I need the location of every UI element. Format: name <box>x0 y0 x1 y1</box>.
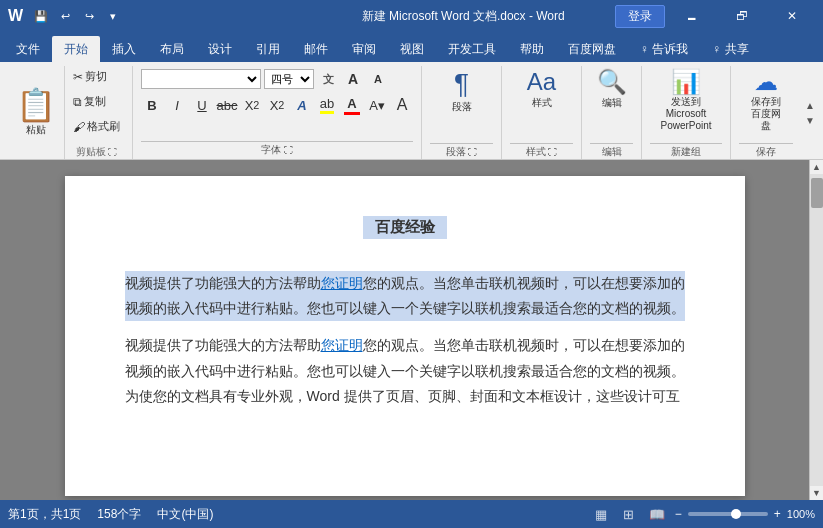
send-ppt-label: 发送到Microsoft PowerPoint <box>658 96 714 132</box>
ppt-icon: 📊 <box>671 70 701 94</box>
minimize-button[interactable]: 🗕 <box>669 0 715 32</box>
scroll-up-arrow[interactable]: ▲ <box>810 160 824 174</box>
tab-design[interactable]: 设计 <box>196 36 244 62</box>
font-size-select[interactable]: 四号 初号 小初 一号 小一 二号 小二 三号 小三 四号 小四 五号 小五 六… <box>264 69 314 89</box>
edit-label: 编辑 <box>602 96 622 110</box>
italic-button[interactable]: I <box>166 94 188 116</box>
ribbon-scroll-down[interactable]: ▼ <box>803 113 817 128</box>
scroll-down-arrow[interactable]: ▼ <box>810 486 824 500</box>
document-page: 百度经验 视频提供了功能强大的方法帮助您证明您的观点。当您单击联机视频时，可以在… <box>65 176 745 496</box>
style-dialog-icon[interactable]: ⛶ <box>548 147 557 157</box>
tab-share[interactable]: ♀ 共享 <box>700 36 760 62</box>
zoom-out-btn[interactable]: − <box>675 507 682 521</box>
bold-button[interactable]: B <box>141 94 163 116</box>
clipboard-expand-icon[interactable]: ⛶ <box>108 147 117 157</box>
style-section-label: 样式 ⛶ <box>510 143 573 159</box>
web-layout-btn[interactable]: ⊞ <box>619 504 639 524</box>
paragraph-label: 段落 <box>452 100 472 114</box>
send-controls: 📊 发送到Microsoft PowerPoint <box>650 66 722 143</box>
clipboard-secondary: ✂ 剪切 ⧉ 复制 🖌 格式刷 剪贴板 ⛶ <box>65 66 128 159</box>
read-mode-btn[interactable]: 📖 <box>647 504 667 524</box>
scroll-track[interactable] <box>810 174 824 486</box>
window-controls: 登录 🗕 🗗 ✕ <box>615 0 815 32</box>
large-font-btn[interactable]: A <box>342 68 364 90</box>
paste-button[interactable]: 📋 粘贴 <box>8 66 65 159</box>
tab-file[interactable]: 文件 <box>4 36 52 62</box>
small-font-btn[interactable]: A <box>367 68 389 90</box>
link-1[interactable]: 您证明 <box>321 275 363 291</box>
edit-group: 🔍 编辑 编辑 <box>582 66 642 159</box>
tab-insert[interactable]: 插入 <box>100 36 148 62</box>
zoom-slider[interactable] <box>688 512 768 516</box>
page-info: 第1页，共1页 <box>8 506 81 523</box>
scroll-thumb[interactable] <box>811 178 823 208</box>
login-button[interactable]: 登录 <box>615 5 665 28</box>
save-section-label: 保存 <box>739 143 793 159</box>
zoom-thumb <box>731 509 741 519</box>
paragraph-2[interactable]: 视频提供了功能强大的方法帮助您证明您的观点。当您单击联机视频时，可以在想要添加的… <box>125 333 685 409</box>
edit-button[interactable]: 🔍 编辑 <box>588 66 636 114</box>
save-quick-btn[interactable]: 💾 <box>31 6 51 26</box>
edit-icon: 🔍 <box>597 70 627 94</box>
font-name-select[interactable] <box>141 69 261 89</box>
cut-icon: ✂ <box>73 70 83 84</box>
paragraph-icon: ¶ <box>454 70 469 98</box>
underline-button[interactable]: U <box>191 94 213 116</box>
tab-layout[interactable]: 布局 <box>148 36 196 62</box>
para-dialog-icon[interactable]: ⛶ <box>468 147 477 157</box>
clear-format-button[interactable]: A▾ <box>366 94 388 116</box>
clipboard-label: 剪贴板 ⛶ <box>69 143 124 159</box>
send-group: 📊 发送到Microsoft PowerPoint 新建组 <box>642 66 731 159</box>
vertical-scrollbar[interactable]: ▲ ▼ <box>809 160 823 500</box>
font-dialog-icon[interactable]: ⛶ <box>284 145 293 155</box>
tab-help[interactable]: 帮助 <box>508 36 556 62</box>
tab-home[interactable]: 开始 <box>52 36 100 62</box>
redo-btn[interactable]: ↪ <box>79 6 99 26</box>
cut-label: 剪切 <box>85 69 107 84</box>
tab-tellme[interactable]: ♀ 告诉我 <box>628 36 700 62</box>
copy-button[interactable]: ⧉ 复制 <box>69 93 124 110</box>
document-title: 新建 Microsoft Word 文档.docx - Word <box>312 8 616 25</box>
font-row1: 四号 初号 小初 一号 小一 二号 小二 三号 小三 四号 小四 五号 小五 六… <box>141 68 389 90</box>
font-controls: 四号 初号 小初 一号 小一 二号 小二 三号 小三 四号 小四 五号 小五 六… <box>141 68 413 141</box>
cut-button[interactable]: ✂ 剪切 <box>69 68 124 85</box>
subscript-button[interactable]: X2 <box>241 94 263 116</box>
paragraph-group: ¶ 段落 段落 ⛶ <box>422 66 502 159</box>
paragraph-1[interactable]: 视频提供了功能强大的方法帮助您证明您的观点。当您单击联机视频时，可以在想要添加的… <box>125 271 685 321</box>
tab-developer[interactable]: 开发工具 <box>436 36 508 62</box>
tab-mailings[interactable]: 邮件 <box>292 36 340 62</box>
save-group: ☁ 保存到百度网盘 保存 <box>731 66 801 159</box>
paragraph-section-label: 段落 ⛶ <box>430 143 493 159</box>
tab-view[interactable]: 视图 <box>388 36 436 62</box>
text-effect-button[interactable]: A <box>291 94 313 116</box>
send-ppt-button[interactable]: 📊 发送到Microsoft PowerPoint <box>650 66 722 136</box>
ribbon-scroll-up[interactable]: ▲ <box>803 98 817 113</box>
format-paint-label: 格式刷 <box>87 119 120 134</box>
clipboard-group: 📋 粘贴 ✂ 剪切 ⧉ 复制 🖌 格式刷 剪贴板 ⛶ <box>4 66 133 159</box>
ribbon-scroll: ▲ ▼ <box>801 66 819 159</box>
close-button[interactable]: ✕ <box>769 0 815 32</box>
doc-title-container: 百度经验 <box>125 216 685 255</box>
quick-access-toolbar: W 💾 ↩ ↪ ▾ <box>8 6 123 26</box>
paragraph-button[interactable]: ¶ 段落 <box>438 66 486 118</box>
font-size-dialog-btn[interactable]: 文 <box>317 68 339 90</box>
style-button[interactable]: Aa 样式 <box>518 66 566 114</box>
tab-review[interactable]: 审阅 <box>340 36 388 62</box>
save-baidu-button[interactable]: ☁ 保存到百度网盘 <box>739 66 793 136</box>
text-highlight-button[interactable]: ab <box>316 94 338 116</box>
strikethrough-button[interactable]: abc <box>216 94 238 116</box>
font-expand-btn[interactable]: A <box>391 94 413 116</box>
print-layout-btn[interactable]: ▦ <box>591 504 611 524</box>
title-bar-left: W 💾 ↩ ↪ ▾ <box>8 6 312 26</box>
link-2[interactable]: 您证明 <box>321 337 363 353</box>
format-paint-button[interactable]: 🖌 格式刷 <box>69 118 124 135</box>
tab-references[interactable]: 引用 <box>244 36 292 62</box>
customize-btn[interactable]: ▾ <box>103 6 123 26</box>
document-scroll-area[interactable]: 百度经验 视频提供了功能强大的方法帮助您证明您的观点。当您单击联机视频时，可以在… <box>0 160 823 500</box>
font-color-button[interactable]: A <box>341 94 363 116</box>
tab-baidu[interactable]: 百度网盘 <box>556 36 628 62</box>
restore-button[interactable]: 🗗 <box>719 0 765 32</box>
superscript-button[interactable]: X2 <box>266 94 288 116</box>
undo-btn[interactable]: ↩ <box>55 6 75 26</box>
zoom-in-btn[interactable]: + <box>774 507 781 521</box>
